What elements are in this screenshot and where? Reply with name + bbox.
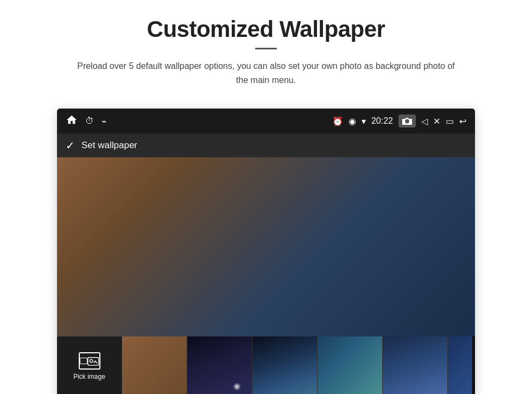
- pick-image-label: Pick image: [73, 373, 105, 380]
- home-icon[interactable]: [66, 114, 78, 128]
- title-section: Customized Wallpaper Preload over 5 defa…: [71, 16, 461, 87]
- location-icon: ◉: [349, 116, 356, 126]
- status-bar-right: ⏰ ◉ ▾ 20:22 ◁ ✕ ▭ ↩: [332, 115, 466, 128]
- volume-icon: ◁: [421, 116, 428, 126]
- check-icon: ✓: [66, 139, 75, 152]
- page-title: Customized Wallpaper: [71, 16, 461, 42]
- thumb-bg-ocean: [318, 336, 382, 394]
- wallpaper-thumb-4[interactable]: [318, 336, 383, 394]
- thumbnail-strip: Pick image: [57, 336, 475, 394]
- status-bar-left: ⏱ ⌁: [66, 114, 107, 128]
- thumb-bg-partial: [448, 336, 472, 394]
- pick-image-icon: [79, 352, 100, 370]
- thumb-bg-space: [187, 336, 252, 394]
- wallpaper-header: ✓ Set wallpaper: [57, 134, 475, 157]
- close-icon[interactable]: ✕: [433, 116, 440, 126]
- wallpaper-preview: [57, 157, 475, 336]
- thumb-bg-brown: [122, 336, 187, 394]
- wallpaper-thumb-5[interactable]: [383, 336, 448, 394]
- window-icon[interactable]: ▭: [446, 116, 454, 126]
- thumb-bg-blue: [383, 336, 447, 394]
- set-wallpaper-label: Set wallpaper: [81, 140, 137, 151]
- clock-icon: ⏱: [85, 116, 94, 126]
- device-frame: ⏱ ⌁ ⏰ ◉ ▾ 20:22 ◁ ✕ ▭ ↩: [57, 109, 475, 394]
- status-time: 20:22: [371, 116, 393, 126]
- usb-icon: ⌁: [102, 116, 107, 126]
- wallpaper-thumb-6[interactable]: [448, 336, 472, 394]
- thumb-bg-nebula: [252, 336, 317, 394]
- svg-point-1: [90, 360, 93, 363]
- alarm-icon: ⏰: [332, 116, 343, 126]
- pick-image-button[interactable]: Pick image: [57, 336, 122, 394]
- page-wrapper: Customized Wallpaper Preload over 5 defa…: [0, 0, 532, 394]
- wifi-icon: ▾: [362, 116, 366, 126]
- wallpaper-thumb-3[interactable]: [252, 336, 318, 394]
- page-subtitle: Preload over 5 default wallpaper options…: [71, 59, 461, 87]
- back-icon[interactable]: ↩: [459, 116, 466, 126]
- camera-icon[interactable]: [398, 115, 416, 128]
- status-bar: ⏱ ⌁ ⏰ ◉ ▾ 20:22 ◁ ✕ ▭ ↩: [57, 109, 475, 134]
- svg-rect-0: [88, 358, 99, 365]
- title-divider: [255, 48, 277, 49]
- wallpaper-thumb-1[interactable]: [122, 336, 187, 394]
- wallpaper-thumb-2[interactable]: [187, 336, 252, 394]
